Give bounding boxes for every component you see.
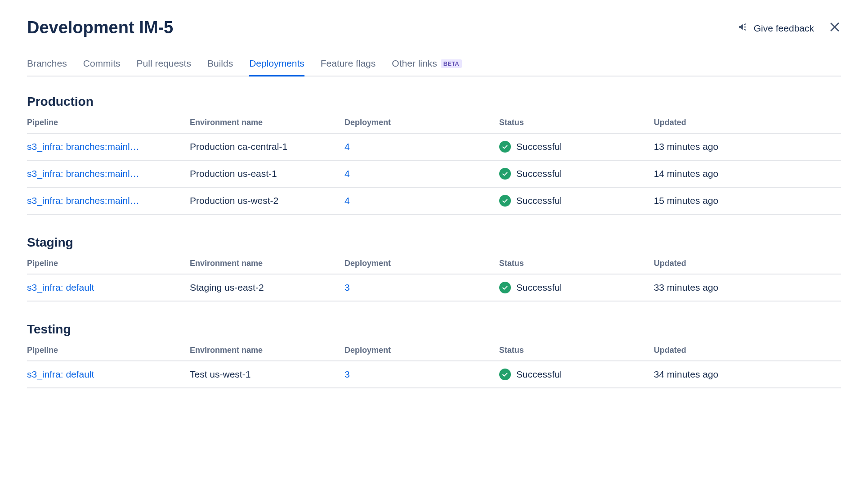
environment-name: Test us-west-1	[190, 361, 345, 388]
status-cell: Successful	[499, 195, 654, 207]
status-cell: Successful	[499, 282, 654, 293]
pipeline-link[interactable]: s3_infra: branches:mainl…	[27, 141, 144, 152]
column-header-status: Status	[499, 254, 654, 274]
column-header-status: Status	[499, 341, 654, 361]
column-header-env: Environment name	[190, 113, 345, 133]
tab-label: Feature flags	[321, 58, 376, 69]
deployment-link[interactable]: 3	[345, 282, 350, 292]
deployments-table: PipelineEnvironment nameDeploymentStatus…	[27, 341, 841, 388]
tab-label: Other links	[392, 58, 437, 69]
status-cell: Successful	[499, 168, 654, 180]
section-title: Testing	[27, 322, 841, 337]
column-header-deployment: Deployment	[345, 254, 499, 274]
tab-pull-requests[interactable]: Pull requests	[137, 55, 191, 76]
deployment-link[interactable]: 4	[345, 168, 350, 179]
column-header-updated: Updated	[654, 341, 841, 361]
pipeline-link[interactable]: s3_infra: default	[27, 369, 144, 380]
table-row: s3_infra: branches:mainl…Production ca-c…	[27, 133, 841, 160]
status-text: Successful	[516, 369, 562, 380]
close-icon	[828, 21, 841, 36]
table-row: s3_infra: branches:mainl…Production us-e…	[27, 160, 841, 187]
table-row: s3_infra: defaultStaging us-east-23Succe…	[27, 274, 841, 301]
page-title: Development IM-5	[27, 18, 173, 37]
tab-branches[interactable]: Branches	[27, 55, 67, 76]
status-text: Successful	[516, 168, 562, 179]
updated-time: 33 minutes ago	[654, 274, 841, 301]
column-header-env: Environment name	[190, 341, 345, 361]
deployments-table: PipelineEnvironment nameDeploymentStatus…	[27, 113, 841, 215]
environment-name: Staging us-east-2	[190, 274, 345, 301]
tab-label: Branches	[27, 58, 67, 69]
tab-label: Commits	[83, 58, 121, 69]
section-title: Production	[27, 94, 841, 109]
pipeline-link[interactable]: s3_infra: default	[27, 282, 144, 293]
updated-time: 15 minutes ago	[654, 187, 841, 214]
tab-label: Builds	[207, 58, 233, 69]
tab-label: Deployments	[249, 58, 304, 69]
column-header-status: Status	[499, 113, 654, 133]
megaphone-icon	[738, 21, 749, 35]
beta-badge: BETA	[441, 59, 462, 68]
environment-name: Production us-west-2	[190, 187, 345, 214]
tabs: BranchesCommitsPull requestsBuildsDeploy…	[27, 55, 841, 76]
status-cell: Successful	[499, 369, 654, 380]
success-check-icon	[499, 141, 511, 153]
page-header: Development IM-5 Give feedback	[27, 18, 841, 37]
status-text: Successful	[516, 195, 562, 206]
column-header-deployment: Deployment	[345, 341, 499, 361]
pipeline-link[interactable]: s3_infra: branches:mainl…	[27, 195, 144, 206]
column-header-updated: Updated	[654, 254, 841, 274]
column-header-pipeline: Pipeline	[27, 113, 190, 133]
give-feedback-label: Give feedback	[754, 23, 814, 34]
status-text: Successful	[516, 141, 562, 152]
success-check-icon	[499, 369, 511, 380]
environment-name: Production us-east-1	[190, 160, 345, 187]
column-header-pipeline: Pipeline	[27, 254, 190, 274]
tab-feature-flags[interactable]: Feature flags	[321, 55, 376, 76]
table-row: s3_infra: defaultTest us-west-13Successf…	[27, 361, 841, 388]
close-button[interactable]	[828, 21, 841, 36]
header-actions: Give feedback	[738, 18, 841, 36]
section-production: ProductionPipelineEnvironment nameDeploy…	[27, 94, 841, 215]
tab-deployments[interactable]: Deployments	[249, 55, 304, 76]
tab-commits[interactable]: Commits	[83, 55, 121, 76]
tab-other-links[interactable]: Other linksBETA	[392, 55, 462, 76]
updated-time: 34 minutes ago	[654, 361, 841, 388]
column-header-deployment: Deployment	[345, 113, 499, 133]
updated-time: 13 minutes ago	[654, 133, 841, 160]
give-feedback-button[interactable]: Give feedback	[738, 21, 814, 35]
section-testing: TestingPipelineEnvironment nameDeploymen…	[27, 322, 841, 388]
tab-builds[interactable]: Builds	[207, 55, 233, 76]
status-cell: Successful	[499, 141, 654, 153]
deployment-link[interactable]: 4	[345, 141, 350, 152]
updated-time: 14 minutes ago	[654, 160, 841, 187]
status-text: Successful	[516, 282, 562, 293]
section-staging: StagingPipelineEnvironment nameDeploymen…	[27, 235, 841, 302]
table-row: s3_infra: branches:mainl…Production us-w…	[27, 187, 841, 214]
success-check-icon	[499, 282, 511, 293]
column-header-env: Environment name	[190, 254, 345, 274]
success-check-icon	[499, 195, 511, 207]
tab-label: Pull requests	[137, 58, 191, 69]
pipeline-link[interactable]: s3_infra: branches:mainl…	[27, 168, 144, 179]
success-check-icon	[499, 168, 511, 180]
column-header-updated: Updated	[654, 113, 841, 133]
environment-name: Production ca-central-1	[190, 133, 345, 160]
section-title: Staging	[27, 235, 841, 250]
column-header-pipeline: Pipeline	[27, 341, 190, 361]
deployments-table: PipelineEnvironment nameDeploymentStatus…	[27, 254, 841, 302]
deployment-link[interactable]: 3	[345, 369, 350, 379]
deployment-link[interactable]: 4	[345, 195, 350, 206]
